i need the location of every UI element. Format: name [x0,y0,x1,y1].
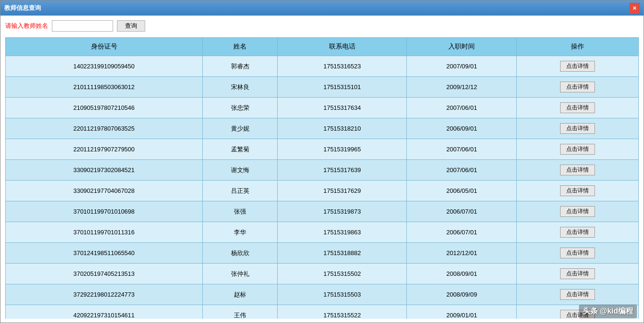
cell-phone: 17515319873 [278,201,407,222]
table-row: 370101199701011316李华175153198632006/07/0… [6,222,639,243]
cell-phone: 17515315503 [278,284,407,305]
cell-id: 330902197704067028 [6,181,203,201]
close-button[interactable]: × [629,3,640,13]
cell-id: 220112197807063525 [6,118,203,139]
table-body: 140223199109059450郭睿杰175153165232007/09/… [6,56,639,319]
table-row: 372922198012224773赵标175153155032008/09/0… [6,284,639,305]
cell-action: 点击详情 [517,305,639,319]
cell-name: 宋林良 [203,77,278,98]
table-row: 210905197807210546张忠荣175153176342007/06/… [6,98,639,118]
cell-name: 张强 [203,201,278,222]
cell-action: 点击详情 [517,98,639,118]
cell-id: 420922197310154611 [6,305,203,319]
window-title: 教师信息查询 [4,4,41,12]
cell-hire-date: 2006/05/01 [407,181,517,201]
cell-hire-date: 2006/09/01 [407,118,517,139]
cell-id: 330902197302084521 [6,160,203,181]
detail-button[interactable]: 点击详情 [560,102,595,113]
cell-name: 郭睿杰 [203,56,278,77]
cell-id: 370101199701010698 [6,201,203,222]
cell-phone: 17515318210 [278,118,407,139]
teacher-table: 身份证号 姓名 联系电话 入职时间 操作 140223199109059450郭… [5,37,639,319]
cell-action: 点击详情 [517,56,639,77]
cell-action: 点击详情 [517,264,639,284]
table-header-row: 身份证号 姓名 联系电话 入职时间 操作 [6,38,639,56]
detail-button[interactable]: 点击详情 [560,310,595,319]
cell-hire-date: 2007/06/01 [407,139,517,160]
cell-name: 黄少妮 [203,118,278,139]
content-area: 请输入教师姓名 查询 身份证号 姓名 联系电话 入职时间 操作 14022319… [0,16,644,323]
cell-hire-date: 2006/07/01 [407,222,517,243]
main-window: 教师信息查询 × 请输入教师姓名 查询 身份证号 姓名 联系电话 入职时间 操作 [0,0,644,323]
cell-name: 孟繁菊 [203,139,278,160]
detail-button[interactable]: 点击详情 [560,123,595,134]
detail-button[interactable]: 点击详情 [560,82,595,92]
cell-name: 王伟 [203,305,278,319]
cell-name: 谢文悔 [203,160,278,181]
cell-hire-date: 2006/07/01 [407,201,517,222]
cell-name: 张忠荣 [203,98,278,118]
cell-action: 点击详情 [517,222,639,243]
search-label: 请输入教师姓名 [5,22,48,30]
cell-phone: 17515317634 [278,98,407,118]
cell-name: 杨欣欣 [203,243,278,264]
cell-action: 点击详情 [517,201,639,222]
cell-name: 吕正英 [203,181,278,201]
detail-button[interactable]: 点击详情 [560,61,595,72]
cell-hire-date: 2007/06/01 [407,160,517,181]
table-row: 220112197907279500孟繁菊175153199652007/06/… [6,139,639,160]
table-row: 330902197302084521谢文悔175153176392007/06/… [6,160,639,181]
cell-phone: 17515317639 [278,160,407,181]
detail-button[interactable]: 点击详情 [560,206,595,217]
detail-button[interactable]: 点击详情 [560,268,595,279]
detail-button[interactable]: 点击详情 [560,144,595,155]
cell-phone: 17515315522 [278,305,407,319]
cell-phone: 17515319863 [278,222,407,243]
table-row: 370124198511065540杨欣欣175153188822012/12/… [6,243,639,264]
cell-id: 370124198511065540 [6,243,203,264]
cell-name: 赵标 [203,284,278,305]
cell-id: 370101199701011316 [6,222,203,243]
detail-button[interactable]: 点击详情 [560,289,595,300]
cell-action: 点击详情 [517,118,639,139]
cell-id: 210111198503063012 [6,77,203,98]
cell-action: 点击详情 [517,77,639,98]
col-header-action: 操作 [517,38,639,56]
cell-hire-date: 2009/01/01 [407,305,517,319]
cell-phone: 17515318882 [278,243,407,264]
cell-action: 点击详情 [517,160,639,181]
cell-name: 李华 [203,222,278,243]
detail-button[interactable]: 点击详情 [560,248,595,258]
search-bar: 请输入教师姓名 查询 [5,20,639,32]
cell-hire-date: 2008/09/01 [407,264,517,284]
cell-hire-date: 2007/06/01 [407,98,517,118]
cell-id: 220112197907279500 [6,139,203,160]
cell-phone: 17515317629 [278,181,407,201]
cell-hire-date: 2009/12/12 [407,77,517,98]
search-button[interactable]: 查询 [117,20,145,32]
search-input[interactable] [52,20,113,32]
cell-phone: 17515315502 [278,264,407,284]
col-header-name: 姓名 [203,38,278,56]
cell-id: 140223199109059450 [6,56,203,77]
cell-action: 点击详情 [517,139,639,160]
table-row: 330902197704067028吕正英175153176292006/05/… [6,181,639,201]
table-row: 370205197405213513张仲礼175153155022008/09/… [6,264,639,284]
col-header-phone: 联系电话 [278,38,407,56]
cell-action: 点击详情 [517,243,639,264]
cell-hire-date: 2008/09/09 [407,284,517,305]
cell-phone: 17515316523 [278,56,407,77]
cell-hire-date: 2007/09/01 [407,56,517,77]
detail-button[interactable]: 点击详情 [560,165,595,175]
detail-button[interactable]: 点击详情 [560,185,595,196]
table-row: 210111198503063012宋林良175153151012009/12/… [6,77,639,98]
table-container: 身份证号 姓名 联系电话 入职时间 操作 140223199109059450郭… [5,37,639,319]
col-header-hire: 入职时间 [407,38,517,56]
table-row: 370101199701010698张强175153198732006/07/0… [6,201,639,222]
cell-action: 点击详情 [517,284,639,305]
cell-id: 372922198012224773 [6,284,203,305]
table-row: 420922197310154611王伟175153155222009/01/0… [6,305,639,319]
detail-button[interactable]: 点击详情 [560,227,595,238]
cell-id: 370205197405213513 [6,264,203,284]
cell-id: 210905197807210546 [6,98,203,118]
